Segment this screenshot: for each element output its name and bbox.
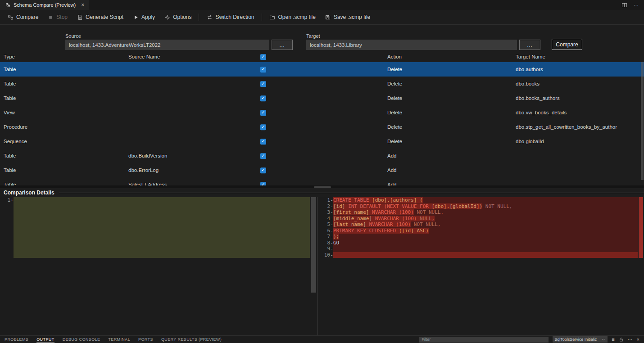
app-window: Schema Compare (Preview) × ⋯ Compare <box>0 0 644 343</box>
column-header-target-name[interactable]: Target Name <box>516 54 545 59</box>
table-row[interactable]: SequenceDeletedbo.globalId <box>0 134 644 149</box>
grid-header: Type Source Name Action Target Name <box>0 52 644 62</box>
row-type: Table <box>4 95 16 101</box>
run-compare-button[interactable]: Compare <box>552 39 582 50</box>
tab-schema-compare[interactable]: Schema Compare (Preview) × <box>0 0 89 10</box>
comparison-details-title: Comparison Details <box>4 190 54 196</box>
sash-handle[interactable] <box>314 186 331 188</box>
row-type: Table <box>4 153 16 158</box>
row-include-checkbox[interactable] <box>260 95 266 101</box>
toolbar: Compare Stop Generate Script Apply <box>0 10 644 25</box>
table-row[interactable]: ProcedureDeletedbo.stp_get_all_cowritten… <box>0 120 644 134</box>
diff-code-line: [middle_name] NVARCHAR (100) NULL, <box>333 216 638 222</box>
apply-button[interactable]: Apply <box>128 12 159 22</box>
split-editor-icon[interactable] <box>621 2 627 8</box>
row-source-name: dbo.BuildVersion <box>128 153 167 158</box>
row-action: Delete <box>387 95 402 101</box>
row-include-checkbox[interactable] <box>260 139 266 144</box>
stop-label: Stop <box>56 14 68 20</box>
panel-tab-ports[interactable]: PORTS <box>138 336 153 343</box>
diff-code-line: PRIMARY KEY CLUSTERED ([id] ASC) <box>333 228 638 234</box>
row-checkbox-cell <box>260 95 266 101</box>
table-row[interactable]: TableDeletedbo.books_authors <box>0 91 644 105</box>
diff-code-line: [first_name] NVARCHAR (100) NOT NULL, <box>333 209 638 216</box>
panel-tabs: PROBLEMSOUTPUTDEBUG CONSOLETERMINALPORTS… <box>5 336 230 343</box>
diff-left-scrollbar-thumb[interactable] <box>311 197 316 293</box>
stop-button[interactable]: Stop <box>43 12 72 22</box>
switch-direction-button[interactable]: Switch Direction <box>202 12 259 22</box>
tab-bar: Schema Compare (Preview) × ⋯ <box>0 0 644 10</box>
row-include-checkbox[interactable] <box>260 182 266 185</box>
options-label: Options <box>173 14 191 20</box>
editor-more-actions-icon[interactable]: ⋯ <box>634 2 639 8</box>
row-include-checkbox[interactable] <box>260 81 266 87</box>
row-action: Delete <box>387 110 402 115</box>
output-filter-input[interactable] <box>419 337 549 343</box>
row-target-name: dbo.vw_books_details <box>516 110 567 115</box>
row-include-checkbox[interactable] <box>260 153 266 159</box>
lock-scroll-icon[interactable] <box>619 337 624 342</box>
row-include-checkbox[interactable] <box>260 124 266 130</box>
diff-code-line <box>333 246 638 252</box>
panel-tab-output[interactable]: OUTPUT <box>36 336 54 343</box>
grid-body: TableDeletedbo.authorsTableDeletedbo.boo… <box>0 62 644 185</box>
source-input[interactable] <box>65 40 269 50</box>
table-row[interactable]: Tabledbo.BuildVersionAdd <box>0 149 644 163</box>
close-panel-icon[interactable]: × <box>637 337 639 342</box>
options-button[interactable]: Options <box>159 12 196 22</box>
row-include-checkbox[interactable] <box>260 167 266 173</box>
column-header-source-name[interactable]: Source Name <box>128 54 160 59</box>
source-browse-button[interactable]: ... <box>272 40 293 50</box>
save-scmp-button[interactable]: Save .scmp file <box>320 12 375 22</box>
target-browse-button[interactable]: ... <box>519 40 540 50</box>
row-checkbox-cell <box>260 66 266 72</box>
panel-tab-debug-console[interactable]: DEBUG CONSOLE <box>63 336 100 343</box>
apply-icon <box>132 14 139 20</box>
row-type: Procedure <box>4 124 27 130</box>
output-channel-dropdown[interactable]: SqlToolsService Initializ <box>553 336 608 343</box>
row-include-checkbox[interactable] <box>260 67 266 72</box>
diff-right-pane[interactable]: 1-2-3-4-5-6-7-8-9-10- CREATE TABLE [dbo]… <box>318 197 644 335</box>
row-checkbox-cell <box>260 109 266 116</box>
target-input[interactable] <box>306 40 517 50</box>
table-row[interactable]: TableDeletedbo.books <box>0 77 644 91</box>
panel-tab-terminal[interactable]: TERMINAL <box>108 336 130 343</box>
horizontal-sash[interactable] <box>0 185 644 188</box>
row-target-name: dbo.stp_get_all_cowritten_books_by_autho… <box>516 124 617 130</box>
grid-scrollbar-thumb[interactable] <box>641 62 644 180</box>
clear-output-icon[interactable]: ≡ <box>612 337 614 342</box>
table-row[interactable]: ViewDeletedbo.vw_books_details <box>0 105 644 120</box>
column-header-type[interactable]: Type <box>4 54 15 59</box>
compare-button[interactable]: Compare <box>3 12 43 22</box>
table-row[interactable]: Tabledbo.ErrorLogAdd <box>0 163 644 177</box>
toolbar-separator <box>262 14 262 21</box>
row-include-checkbox[interactable] <box>260 110 266 116</box>
table-row[interactable]: TableSalesLT.AddressAdd <box>0 177 644 185</box>
left-line-number: 1 <box>7 197 10 203</box>
diff-code-line: ); <box>333 234 638 240</box>
diff-left-pane[interactable]: 1 + <box>0 197 318 335</box>
open-scmp-label: Open .scmp file <box>278 14 316 20</box>
save-scmp-label: Save .scmp file <box>334 14 370 20</box>
diff-editor: 1 + 1-2-3-4-5-6-7-8-9-10- CREATE TABLE [… <box>0 197 644 335</box>
diff-code-line: [last_name] NVARCHAR (100) NOT NULL, <box>333 221 638 228</box>
results-grid: Type Source Name Action Target Name Tabl… <box>0 52 644 185</box>
options-gear-icon <box>164 14 170 20</box>
generate-script-button[interactable]: Generate Script <box>72 12 128 22</box>
select-all-checkbox[interactable] <box>260 54 266 60</box>
table-row[interactable]: TableDeletedbo.authors <box>0 62 644 77</box>
panel-more-actions-icon[interactable]: ⋯ <box>628 337 633 343</box>
target-label: Target <box>306 33 320 39</box>
grid-scrollbar[interactable] <box>640 62 644 185</box>
panel-tab-query-results-preview-[interactable]: QUERY RESULTS (PREVIEW) <box>161 336 222 343</box>
tab-close-icon[interactable]: × <box>81 2 84 8</box>
column-header-action[interactable]: Action <box>387 54 402 59</box>
row-action: Add <box>387 153 396 158</box>
switch-direction-icon <box>206 14 213 20</box>
comparison-details-header: Comparison Details <box>0 188 644 197</box>
open-scmp-button[interactable]: Open .scmp file <box>265 12 320 22</box>
panel-tab-problems[interactable]: PROBLEMS <box>5 336 28 343</box>
open-file-icon <box>269 14 276 20</box>
diff-overview-ruler[interactable] <box>638 197 644 335</box>
compare-config: Source ... Target ... Compare <box>0 25 644 52</box>
